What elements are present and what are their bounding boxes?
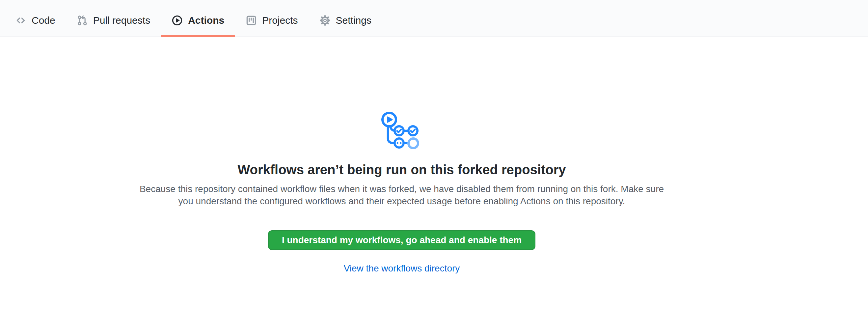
view-workflows-directory-link[interactable]: View the workflows directory bbox=[344, 263, 460, 274]
empty-state-title: Workflows aren’t being run on this forke… bbox=[238, 162, 566, 178]
tab-label: Settings bbox=[336, 15, 371, 26]
play-icon bbox=[172, 15, 182, 26]
tab-code[interactable]: Code bbox=[5, 4, 66, 37]
workflow-graph-icon bbox=[380, 109, 423, 152]
empty-state-description: Because this repository contained workfl… bbox=[135, 183, 669, 207]
tab-label: Projects bbox=[262, 15, 298, 26]
enable-workflows-button[interactable]: I understand my workflows, go ahead and … bbox=[268, 230, 535, 250]
tab-settings[interactable]: Settings bbox=[309, 4, 382, 37]
project-icon bbox=[246, 15, 256, 26]
repo-tab-bar: Code Pull requests Actions bbox=[0, 0, 868, 37]
actions-disabled-empty-state: Workflows aren’t being run on this forke… bbox=[0, 37, 803, 274]
tab-label: Code bbox=[32, 15, 55, 26]
tab-actions[interactable]: Actions bbox=[161, 4, 235, 37]
tab-label: Pull requests bbox=[93, 15, 150, 26]
tab-pull-requests[interactable]: Pull requests bbox=[66, 4, 161, 37]
tab-label: Actions bbox=[188, 15, 224, 26]
git-pull-request-icon bbox=[77, 15, 88, 26]
code-icon bbox=[16, 15, 26, 26]
gear-icon bbox=[320, 15, 330, 26]
tab-projects[interactable]: Projects bbox=[235, 4, 309, 37]
